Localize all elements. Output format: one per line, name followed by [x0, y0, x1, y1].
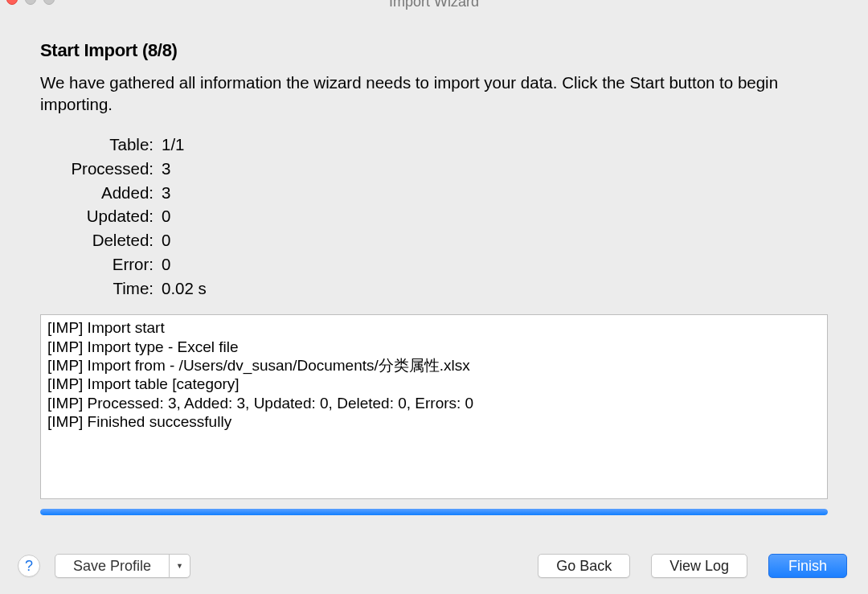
chevron-down-icon: ▼ — [176, 562, 183, 570]
maximize-window-button[interactable] — [43, 0, 55, 5]
stat-updated-label: Updated: — [40, 204, 157, 228]
stat-error-label: Error: — [40, 252, 157, 277]
stat-added-label: Added: — [40, 181, 157, 205]
page-description: We have gathered all information the wiz… — [40, 72, 828, 115]
stat-time-label: Time: — [40, 277, 157, 301]
save-profile-dropdown[interactable]: ▼ — [169, 555, 190, 577]
stat-deleted-value: 0 — [157, 228, 170, 252]
progress-bar — [40, 509, 828, 515]
window-title: Import Wizard — [389, 0, 479, 10]
stat-table-label: Table: — [40, 133, 157, 157]
view-log-button[interactable]: View Log — [651, 554, 747, 578]
stat-updated-value: 0 — [157, 204, 170, 228]
help-button[interactable]: ? — [18, 555, 40, 577]
stat-deleted-label: Deleted: — [40, 228, 157, 252]
go-back-button[interactable]: Go Back — [538, 554, 630, 578]
import-stats: Table: 1/1 Processed: 3 Added: 3 Updated… — [40, 133, 828, 300]
stat-table-value: 1/1 — [157, 133, 185, 157]
save-profile-split-button[interactable]: Save Profile ▼ — [55, 554, 190, 578]
stat-error-value: 0 — [157, 252, 170, 277]
progress-track — [40, 509, 828, 515]
stat-processed-label: Processed: — [40, 157, 157, 181]
minimize-window-button[interactable] — [25, 0, 36, 5]
stat-added-value: 3 — [157, 181, 170, 205]
import-log: [IMP] Import start [IMP] Import type - E… — [40, 314, 828, 499]
stat-time-value: 0.02 s — [157, 277, 207, 301]
close-window-button[interactable] — [6, 0, 18, 5]
save-profile-button[interactable]: Save Profile — [55, 555, 169, 577]
finish-button[interactable]: Finish — [768, 554, 847, 578]
page-heading: Start Import (8/8) — [40, 40, 828, 61]
stat-processed-value: 3 — [157, 157, 170, 181]
